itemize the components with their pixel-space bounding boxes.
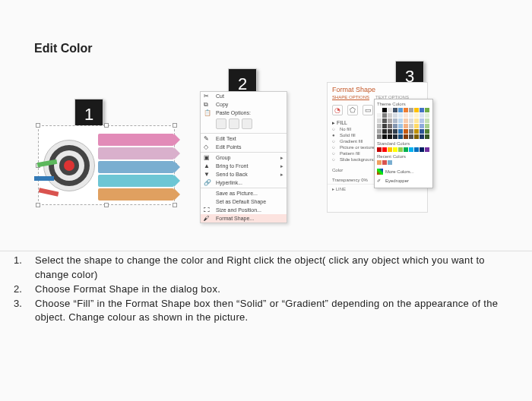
color-swatch[interactable] xyxy=(425,129,429,134)
selection-handle[interactable] xyxy=(173,203,177,207)
color-swatch[interactable] xyxy=(388,147,392,152)
color-swatch[interactable] xyxy=(393,147,397,152)
color-swatch[interactable] xyxy=(414,113,419,118)
selection-handle[interactable] xyxy=(173,123,177,128)
color-swatch[interactable] xyxy=(420,129,424,134)
paste-option[interactable] xyxy=(216,118,226,129)
color-swatch[interactable] xyxy=(377,118,382,123)
color-swatch[interactable] xyxy=(393,113,397,118)
color-swatch[interactable] xyxy=(393,124,397,128)
color-swatch[interactable] xyxy=(425,118,429,123)
color-swatch[interactable] xyxy=(382,124,387,128)
more-colors[interactable]: More Colors... xyxy=(377,167,430,176)
color-swatch[interactable] xyxy=(414,118,419,123)
selected-shape-group[interactable] xyxy=(38,125,175,205)
color-swatch[interactable] xyxy=(404,129,408,134)
selection-handle[interactable] xyxy=(36,123,40,128)
color-swatch[interactable] xyxy=(382,160,387,165)
menu-copy[interactable]: ⧉Copy xyxy=(201,100,287,109)
color-swatch[interactable] xyxy=(409,129,413,134)
color-swatch[interactable] xyxy=(404,134,408,139)
color-swatch[interactable] xyxy=(382,108,387,112)
color-swatch[interactable] xyxy=(382,118,387,123)
color-swatch[interactable] xyxy=(382,147,387,152)
fill-line-icon[interactable]: ◔ xyxy=(332,105,343,115)
color-swatch[interactable] xyxy=(409,134,413,139)
size-props-icon[interactable]: ▭ xyxy=(363,105,373,115)
color-swatch[interactable] xyxy=(425,108,429,112)
color-swatch[interactable] xyxy=(398,108,403,112)
menu-bring-front[interactable]: ▲Bring to Front xyxy=(201,162,287,170)
color-swatch[interactable] xyxy=(398,134,403,139)
color-swatch[interactable] xyxy=(404,147,408,152)
menu-send-back[interactable]: ▼Send to Back xyxy=(201,170,287,178)
color-swatch[interactable] xyxy=(377,108,382,112)
color-swatch[interactable] xyxy=(377,113,382,118)
color-swatch[interactable] xyxy=(420,124,424,128)
effects-icon[interactable]: ⬠ xyxy=(347,105,358,115)
color-swatch[interactable] xyxy=(425,134,429,139)
color-swatch[interactable] xyxy=(398,113,403,118)
color-swatch[interactable] xyxy=(425,124,429,128)
color-swatch[interactable] xyxy=(409,124,413,128)
selection-handle[interactable] xyxy=(36,203,40,207)
paste-option[interactable] xyxy=(242,118,252,129)
color-swatch[interactable] xyxy=(409,108,413,112)
color-swatch[interactable] xyxy=(388,134,392,139)
color-swatch[interactable] xyxy=(409,147,413,152)
color-swatch[interactable] xyxy=(420,113,424,118)
color-swatch[interactable] xyxy=(404,118,408,123)
color-swatch[interactable] xyxy=(420,147,424,152)
color-swatch[interactable] xyxy=(404,124,408,128)
color-swatch[interactable] xyxy=(398,124,403,128)
color-swatch[interactable] xyxy=(393,129,397,134)
color-swatch[interactable] xyxy=(414,108,419,112)
color-swatch[interactable] xyxy=(388,124,392,128)
color-swatch[interactable] xyxy=(377,160,382,165)
color-swatch[interactable] xyxy=(377,134,382,139)
color-swatch[interactable] xyxy=(393,108,397,112)
menu-save-picture[interactable]: Save as Picture... xyxy=(201,189,287,197)
color-swatch[interactable] xyxy=(377,129,382,134)
color-swatch[interactable] xyxy=(420,134,424,139)
color-swatch[interactable] xyxy=(393,134,397,139)
color-swatch[interactable] xyxy=(382,129,387,134)
color-swatch[interactable] xyxy=(425,113,429,118)
color-swatch[interactable] xyxy=(420,118,424,123)
color-swatch[interactable] xyxy=(388,108,392,112)
color-swatch[interactable] xyxy=(409,113,413,118)
menu-hyperlink[interactable]: 🔗Hyperlink... xyxy=(201,178,287,187)
color-swatch[interactable] xyxy=(382,134,387,139)
color-swatch[interactable] xyxy=(388,113,392,118)
color-swatch[interactable] xyxy=(393,118,397,123)
color-swatch[interactable] xyxy=(420,108,424,112)
selection-handle[interactable] xyxy=(104,203,109,207)
paste-option[interactable] xyxy=(229,118,239,129)
menu-edit-text[interactable]: ✎Edit Text xyxy=(201,134,287,143)
menu-cut[interactable]: ✂Cut xyxy=(201,92,287,100)
color-swatch[interactable] xyxy=(414,124,419,128)
menu-group[interactable]: ▣Group xyxy=(201,153,287,162)
color-swatch[interactable] xyxy=(388,129,392,134)
menu-format-shape[interactable]: 🖌Format Shape... xyxy=(201,214,287,223)
color-swatch[interactable] xyxy=(382,113,387,118)
color-swatch[interactable] xyxy=(404,108,408,112)
color-swatch[interactable] xyxy=(414,129,419,134)
menu-edit-points[interactable]: ◇Edit Points xyxy=(201,143,287,151)
color-swatch[interactable] xyxy=(398,147,403,152)
selection-handle[interactable] xyxy=(104,123,109,128)
tab-shape-options[interactable]: SHAPE OPTIONS xyxy=(332,95,369,100)
color-swatch[interactable] xyxy=(425,147,429,152)
color-swatch[interactable] xyxy=(398,118,403,123)
menu-size-position[interactable]: ⛶Size and Position... xyxy=(201,206,287,214)
color-swatch[interactable] xyxy=(404,113,408,118)
color-swatch[interactable] xyxy=(377,124,382,128)
color-swatch[interactable] xyxy=(414,147,419,152)
color-swatch[interactable] xyxy=(377,147,382,152)
color-swatch[interactable] xyxy=(388,118,392,123)
color-swatch[interactable] xyxy=(388,160,392,165)
color-swatch[interactable] xyxy=(414,134,419,139)
menu-set-default[interactable]: Set as Default Shape xyxy=(201,197,287,206)
eyedropper[interactable]: ✐Eyedropper xyxy=(377,176,430,185)
color-swatch[interactable] xyxy=(398,129,403,134)
